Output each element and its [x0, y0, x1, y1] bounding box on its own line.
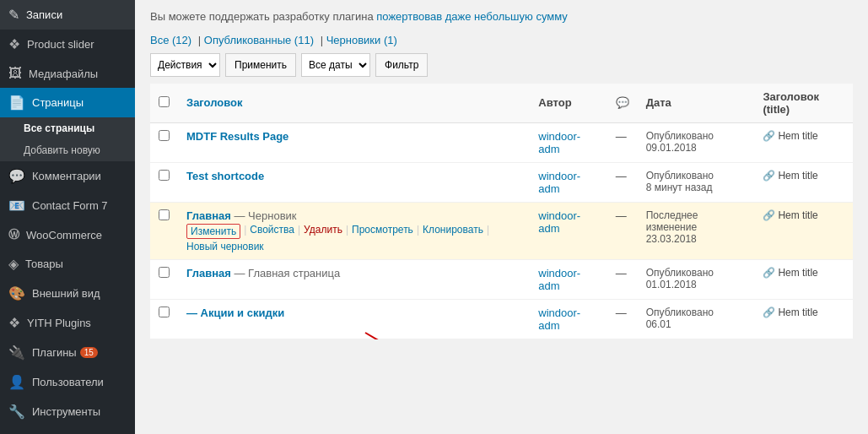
action-separator: | [346, 224, 348, 239]
row-checkbox[interactable] [159, 209, 170, 220]
sidebar-item-pages[interactable]: 📄 Страницы [0, 88, 135, 117]
apply-button[interactable]: Применить [225, 53, 296, 77]
action-separator: | [417, 224, 419, 239]
lock-icon: 🔗 [763, 130, 775, 142]
posts-icon: ✎ [8, 7, 19, 23]
filter-drafts[interactable]: Черновики (1) [326, 34, 397, 46]
pages-icon: 📄 [8, 95, 25, 111]
sidebar-item-instruments[interactable]: 🔧 Инструменты [0, 397, 135, 426]
col-title: Заголовок [178, 84, 530, 123]
table-row: Главная — Главная страницаwindoor-adm—Оп… [150, 259, 853, 299]
sidebar-item-product-slider[interactable]: ❖ Product slider [0, 30, 135, 59]
author-link[interactable]: windoor-adm [538, 267, 580, 292]
row-actions: Изменить | Свойства | Удалить | Просмотр… [186, 224, 521, 252]
filter-bar: Действия Применить Все даты Фильтр [150, 53, 853, 77]
select-all-checkbox[interactable] [159, 96, 170, 107]
col-comments: 💬 [607, 84, 638, 123]
row-comments-cell: — [607, 122, 638, 162]
row-checkbox[interactable] [159, 307, 170, 317]
author-link[interactable]: windoor-adm [538, 130, 580, 155]
row-action-новый-черновик[interactable]: Новый черновик [186, 241, 264, 252]
sidebar: ✎ Записи ❖ Product slider 🖼 Медиафайлы 📄… [0, 0, 135, 434]
filter-all[interactable]: Все (12) [150, 34, 191, 46]
row-action-просмотреть[interactable]: Просмотреть [352, 224, 413, 239]
main-content: Вы можете поддержать разработку плагина … [135, 0, 868, 434]
product-slider-icon: ❖ [8, 36, 20, 52]
author-link[interactable]: windoor-adm [538, 307, 580, 332]
date-value: 09.01.2018 [646, 142, 747, 154]
sidebar-item-users-label: Пользователи [32, 376, 104, 388]
row-date-cell: Последнее изменение23.03.2018 [638, 202, 755, 259]
sidebar-item-plugins-label: Плагины [32, 346, 77, 359]
date-status: Опубликовано [646, 267, 747, 279]
row-checkbox-cell [150, 299, 178, 339]
sidebar-item-comments-label: Комментарии [32, 170, 101, 182]
sidebar-item-contact-form-7[interactable]: 📧 Contact Form 7 [0, 191, 135, 220]
row-hem-title-cell: 🔗Hem title [754, 259, 853, 299]
sidebar-item-comments[interactable]: 💬 Комментарии [0, 161, 135, 191]
row-author-cell: windoor-adm [530, 299, 607, 339]
sidebar-item-tovary[interactable]: ◈ Товары [0, 249, 135, 279]
dates-select[interactable]: Все даты [301, 53, 370, 77]
filter-links: Все (12) | Опубликованные (11) | Чернови… [150, 34, 853, 46]
author-link[interactable]: windoor-adm [538, 170, 580, 195]
sidebar-item-yith[interactable]: ❖ YITH Plugins [0, 308, 135, 338]
row-checkbox[interactable] [159, 267, 170, 278]
comment-header-icon: 💬 [616, 96, 629, 109]
sidebar-item-product-slider-label: Product slider [27, 38, 94, 51]
pages-table: Заголовок Автор 💬 Дата Заголовок (title)… [150, 84, 853, 339]
row-date-cell: Опубликовано8 минут назад [638, 162, 755, 202]
sub-add-new[interactable]: Добавить новую [0, 139, 135, 161]
row-action-свойства[interactable]: Свойства [250, 224, 294, 239]
col-date: Дата [638, 84, 755, 123]
row-comments-cell: — [607, 202, 638, 259]
date-value: 8 минут назад [646, 182, 747, 193]
appearance-icon: 🎨 [8, 285, 25, 301]
page-title-link[interactable]: Главная [186, 267, 231, 279]
woocommerce-icon: Ⓦ [8, 227, 19, 242]
row-checkbox[interactable] [159, 170, 170, 181]
sidebar-item-posts[interactable]: ✎ Записи [0, 0, 135, 30]
row-author-cell: windoor-adm [530, 202, 607, 259]
sidebar-item-appearance[interactable]: 🎨 Внешний вид [0, 279, 135, 308]
page-title-link[interactable]: — Акции и скидки [186, 307, 284, 319]
page-title-link[interactable]: MDTF Results Page [186, 130, 288, 143]
title-suffix: — Главная страница [231, 267, 340, 279]
action-separator: | [244, 224, 246, 239]
row-action-удалить[interactable]: Удалить [304, 224, 342, 239]
sidebar-item-plugins[interactable]: 🔌 Плагины 15 [0, 338, 135, 367]
date-status: Опубликовано [646, 170, 747, 182]
media-icon: 🖼 [8, 66, 22, 81]
lock-icon: 🔗 [763, 170, 775, 182]
row-action-изменить[interactable]: Изменить [186, 224, 240, 239]
instruments-icon: 🔧 [8, 404, 25, 420]
sidebar-item-media[interactable]: 🖼 Медиафайлы [0, 59, 135, 88]
sub-all-pages[interactable]: Все страницы [0, 117, 135, 139]
sidebar-item-woocommerce[interactable]: Ⓦ WooCommerce [0, 220, 135, 249]
row-checkbox[interactable] [159, 130, 170, 141]
row-action-клонировать[interactable]: Клонировать [423, 224, 483, 239]
col-title-link[interactable]: Заголовок [186, 96, 243, 109]
filter-button[interactable]: Фильтр [375, 53, 428, 77]
row-hem-title-cell: 🔗Hem title [754, 162, 853, 202]
lock-icon: 🔗 [763, 307, 775, 318]
sidebar-item-users[interactable]: 👤 Пользователи [0, 367, 135, 397]
row-checkbox-cell [150, 122, 178, 162]
page-title-link[interactable]: Test shortcode [186, 170, 264, 182]
sidebar-item-appearance-label: Внешний вид [32, 287, 100, 300]
sidebar-item-woocommerce-label: WooCommerce [26, 229, 102, 241]
page-title-link[interactable]: Главная [186, 209, 231, 222]
intro-text: Вы можете поддержать разработку плагина … [150, 8, 853, 25]
actions-select[interactable]: Действия [150, 53, 220, 77]
row-author-cell: windoor-adm [530, 122, 607, 162]
row-hem-title-cell: 🔗Hem title [754, 122, 853, 162]
filter-published[interactable]: Опубликованные (11) [204, 34, 314, 46]
date-value: 01.01.2018 [646, 279, 747, 290]
donate-link[interactable]: пожертвовав даже небольшую сумму [376, 10, 567, 23]
row-checkbox-cell [150, 162, 178, 202]
author-link[interactable]: windoor-adm [538, 209, 580, 235]
row-comments-cell: — [607, 299, 638, 339]
table-row: — Акции и скидкиwindoor-adm—Опубликовано… [150, 299, 853, 339]
title-suffix: — Черновик [231, 209, 297, 222]
hem-title-value: Hem title [778, 267, 817, 279]
